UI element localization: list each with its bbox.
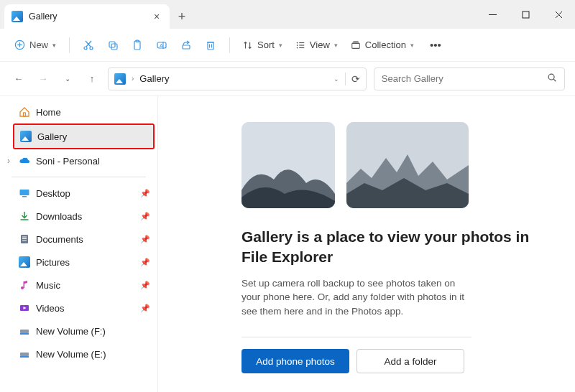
new-tab-button[interactable]: +: [170, 4, 194, 29]
sidebar-item-label: Music: [36, 280, 60, 291]
view-button[interactable]: View▾: [290, 34, 344, 57]
add-phone-photos-button[interactable]: Add phone photos: [242, 349, 349, 373]
paste-button[interactable]: [126, 34, 149, 57]
pin-icon: 📌: [140, 189, 150, 198]
sidebar: Home Gallery Soni - Personal Desktop 📌 D…: [0, 96, 158, 392]
chevron-down-icon: ▾: [334, 42, 338, 49]
svg-point-32: [548, 74, 554, 80]
sidebar-item-label: Documents: [36, 234, 83, 245]
view-icon: [295, 40, 305, 50]
chevron-down-icon: ▾: [279, 42, 282, 49]
documents-icon: [19, 233, 30, 245]
close-tab-icon[interactable]: ×: [151, 11, 162, 22]
recent-dropdown[interactable]: ⌄: [59, 70, 76, 88]
empty-state-description: Set up camera roll backup to see photos …: [242, 276, 464, 319]
svg-rect-12: [111, 44, 117, 50]
sidebar-item-music[interactable]: Music 📌: [0, 274, 157, 297]
back-button[interactable]: ←: [10, 70, 27, 88]
svg-rect-34: [24, 113, 26, 116]
sidebar-item-videos[interactable]: Videos 📌: [0, 297, 157, 319]
sidebar-item-downloads[interactable]: Downloads 📌: [0, 205, 157, 228]
svg-text:A: A: [160, 43, 163, 48]
sidebar-item-home[interactable]: Home: [0, 101, 157, 123]
delete-icon: [205, 39, 216, 51]
collection-button[interactable]: Collection▾: [345, 34, 420, 57]
drive-icon: [19, 325, 30, 337]
sidebar-item-pictures[interactable]: Pictures 📌: [0, 251, 157, 274]
search-bar[interactable]: [374, 67, 565, 90]
chevron-down-icon: ▾: [52, 42, 56, 49]
sort-icon: [243, 40, 253, 50]
svg-rect-1: [523, 11, 529, 18]
svg-line-10: [86, 41, 91, 47]
svg-rect-18: [183, 45, 190, 49]
up-button[interactable]: ↑: [83, 70, 101, 88]
close-window-button[interactable]: [542, 0, 575, 29]
breadcrumb[interactable]: Gallery: [139, 73, 169, 84]
add-folder-button[interactable]: Add a folder: [356, 349, 464, 373]
svg-point-27: [297, 47, 298, 48]
new-button[interactable]: New ▾: [9, 34, 62, 57]
refresh-button[interactable]: ⟳: [351, 73, 360, 85]
toolbar: New ▾ A Sort▾ View▾ Collection▾ •••: [0, 29, 575, 62]
pin-icon: 📌: [140, 235, 150, 244]
onedrive-icon: [19, 155, 30, 167]
sidebar-item-label: Gallery: [37, 131, 67, 142]
pin-icon: 📌: [140, 281, 150, 290]
sidebar-item-desktop[interactable]: Desktop 📌: [0, 182, 157, 205]
svg-rect-29: [352, 43, 360, 48]
window-controls: [476, 0, 575, 29]
delete-button[interactable]: [199, 34, 222, 57]
sort-label: Sort: [257, 39, 275, 50]
breadcrumb-sep: ›: [132, 75, 134, 83]
rename-icon: A: [156, 39, 167, 51]
search-icon[interactable]: [547, 73, 557, 85]
svg-rect-48: [20, 356, 29, 358]
sidebar-item-volume-e[interactable]: New Volume (E:): [0, 342, 157, 365]
title-bar: Gallery × +: [0, 0, 575, 29]
separator: [229, 37, 230, 53]
drive-icon: [19, 348, 30, 360]
tab-gallery[interactable]: Gallery ×: [4, 4, 170, 29]
svg-point-7: [84, 47, 87, 50]
share-button[interactable]: [175, 34, 198, 57]
sample-thumbnail: [242, 122, 335, 208]
tab-title: Gallery: [29, 11, 145, 22]
sidebar-item-gallery[interactable]: Gallery: [14, 125, 153, 148]
address-bar[interactable]: › Gallery ⌄ ⟳: [108, 67, 367, 90]
chevron-down-icon: ▾: [410, 42, 414, 49]
sidebar-item-label: New Volume (E:): [36, 349, 106, 360]
forward-button[interactable]: →: [34, 70, 52, 88]
collection-icon: [351, 40, 361, 50]
button-row: Add phone photos Add a folder: [242, 349, 556, 373]
gallery-icon: [12, 11, 23, 22]
copy-button[interactable]: [101, 34, 124, 57]
body: Home Gallery Soni - Personal Desktop 📌 D…: [0, 96, 575, 392]
svg-point-23: [297, 42, 298, 43]
sort-button[interactable]: Sort▾: [237, 34, 288, 57]
svg-rect-43: [24, 281, 25, 288]
svg-point-8: [90, 47, 93, 50]
svg-point-25: [297, 45, 298, 46]
sample-thumbnail: [346, 122, 469, 208]
sidebar-item-volume-f[interactable]: New Volume (F:): [0, 319, 157, 342]
sidebar-item-documents[interactable]: Documents 📌: [0, 228, 157, 251]
svg-rect-35: [20, 190, 29, 195]
search-input[interactable]: [382, 73, 547, 84]
sidebar-item-label: New Volume (F:): [36, 326, 106, 337]
more-button[interactable]: •••: [424, 34, 447, 57]
rename-button[interactable]: A: [150, 34, 173, 57]
home-icon: [19, 106, 30, 118]
svg-rect-36: [22, 196, 27, 197]
divider: [12, 177, 146, 177]
pin-icon: 📌: [140, 304, 150, 313]
cut-button[interactable]: [77, 34, 100, 57]
svg-rect-46: [20, 333, 29, 335]
minimize-button[interactable]: [476, 0, 509, 29]
maximize-button[interactable]: [509, 0, 542, 29]
pin-icon: 📌: [140, 258, 150, 267]
address-dropdown[interactable]: ⌄: [334, 75, 339, 83]
sidebar-item-onedrive[interactable]: Soni - Personal: [0, 149, 157, 172]
gallery-icon: [20, 131, 32, 142]
empty-state-title: Gallery is a place to view your photos i…: [242, 227, 556, 268]
